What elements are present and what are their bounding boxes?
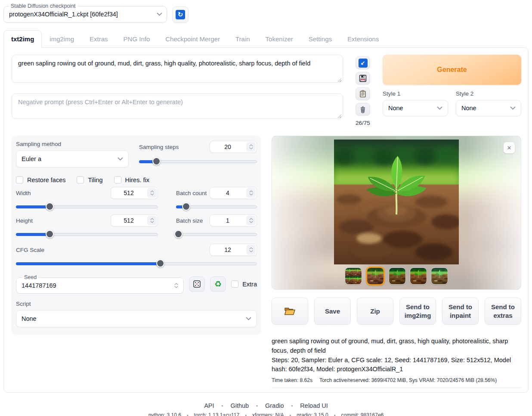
stepper-icon[interactable] — [246, 216, 256, 225]
save-button[interactable]: Save — [314, 298, 351, 325]
batch-count-field[interactable] — [210, 187, 245, 199]
tab-train[interactable]: Train — [228, 30, 258, 47]
checkpoint-dropdown[interactable]: protogenX34OfficialR_1.ckpt [60fe2f34] — [8, 9, 162, 19]
restore-faces-checkbox[interactable]: Restore faces — [16, 176, 65, 183]
output-buttons-row: Save Zip Send to img2img Send to inpaint… — [272, 298, 521, 325]
thumbnail-4[interactable] — [410, 267, 427, 285]
send-to-img2img-button[interactable]: Send to img2img — [399, 298, 436, 325]
tab-txt2img[interactable]: txt2img — [3, 30, 42, 48]
stepper-icon[interactable] — [173, 283, 180, 288]
close-gallery-button[interactable]: ✕ — [504, 142, 515, 153]
settings-panel: Sampling method Euler a Sampling steps — [12, 136, 261, 334]
tab-checkpoint-merger[interactable]: Checkpoint Merger — [158, 30, 228, 47]
results-column: ✕ — [272, 136, 521, 388]
checkbox-icon — [77, 176, 84, 183]
content-row: Sampling method Euler a Sampling steps — [12, 136, 521, 388]
script-dropdown[interactable]: None — [16, 310, 257, 327]
tabbar: txt2img img2img Extras PNG Info Checkpoi… — [3, 30, 529, 47]
vram-text: Torch active/reserved: 3699/4702 MiB, Sy… — [319, 376, 497, 384]
height-slider[interactable] — [16, 230, 158, 239]
checkbox-icon — [231, 280, 238, 288]
style1-value: None — [388, 105, 403, 112]
reload-ui-link[interactable]: Reload UI — [300, 402, 328, 409]
seed-field[interactable] — [22, 282, 173, 289]
seed-box: Seed — [16, 275, 184, 294]
stepper-icon[interactable] — [246, 142, 256, 152]
extra-seed-checkbox[interactable]: Extra — [231, 280, 257, 288]
hires-fix-label: Hires. fix — [125, 177, 149, 183]
footer: API • Github • Gradio • Reload UI python… — [3, 402, 529, 416]
checkpoint-value: protogenX34OfficialR_1.ckpt [60fe2f34] — [8, 11, 118, 18]
thumbnail-2-selected[interactable] — [366, 267, 385, 286]
batch-size-label: Batch size — [176, 217, 203, 224]
generated-image[interactable] — [334, 140, 459, 264]
prompt-input[interactable]: green sapling rowing out of ground, mud,… — [12, 55, 343, 83]
save-style-button[interactable] — [356, 72, 370, 85]
send-to-inpaint-button[interactable]: Send to inpaint — [442, 298, 479, 325]
bullet-separator: • — [291, 403, 293, 408]
thumbnail-strip — [272, 267, 521, 286]
stepper-icon[interactable] — [147, 188, 157, 198]
thumbnail-grid-icon — [345, 268, 362, 284]
api-link[interactable]: API — [204, 402, 214, 409]
thumbnail-5[interactable] — [431, 267, 448, 285]
extra-label: Extra — [242, 281, 257, 288]
width-field[interactable] — [111, 187, 146, 199]
sampling-steps-label: Sampling steps — [139, 144, 179, 150]
generate-column: Generate Style 1 None Style 2 None — [383, 55, 521, 126]
tab-settings[interactable]: Settings — [301, 30, 340, 47]
batch-size-slider[interactable] — [176, 230, 257, 239]
sampling-steps-field[interactable] — [210, 141, 245, 152]
app-root: Stable Diffusion checkpoint protogenX34O… — [0, 0, 532, 416]
tab-img2img[interactable]: img2img — [42, 30, 82, 47]
gradio-link[interactable]: Gradio — [265, 402, 284, 409]
style2-dropdown[interactable]: None — [456, 100, 521, 116]
stepper-icon[interactable] — [246, 188, 256, 198]
torch-version: torch: 1.13.1+cu117 — [194, 412, 240, 416]
clear-prompt-button[interactable] — [356, 103, 370, 116]
cfg-scale-slider[interactable] — [16, 259, 257, 268]
thumbnail-3[interactable] — [389, 267, 406, 285]
tab-extensions[interactable]: Extensions — [340, 30, 387, 47]
tiling-label: Tiling — [88, 177, 102, 183]
batch-count-slider[interactable] — [176, 202, 257, 211]
footer-versions: python: 3.10.6 • torch: 1.13.1+cu117 • x… — [3, 412, 529, 416]
stepper-icon[interactable] — [147, 216, 157, 225]
read-parameters-button[interactable]: ↙ — [356, 56, 370, 69]
random-seed-button[interactable] — [189, 276, 205, 292]
open-folder-button[interactable] — [272, 298, 308, 325]
zip-button[interactable]: Zip — [357, 298, 393, 325]
cfg-scale-input — [210, 244, 257, 256]
send-to-extras-button[interactable]: Send to extras — [485, 298, 521, 325]
tab-png-info[interactable]: PNG Info — [116, 30, 158, 47]
refresh-checkpoints-button[interactable]: ↻ — [172, 6, 189, 23]
sampling-steps-slider[interactable] — [139, 157, 257, 166]
sampling-method-dropdown[interactable]: Euler a — [16, 150, 129, 168]
height-field[interactable] — [111, 215, 146, 226]
height-input — [111, 214, 158, 227]
width-label: Width — [16, 190, 31, 196]
apply-style-button[interactable] — [356, 87, 370, 100]
python-version: python: 3.10.6 — [148, 412, 181, 416]
generate-button[interactable]: Generate — [383, 55, 521, 85]
width-slider[interactable] — [16, 202, 158, 211]
github-link[interactable]: Github — [230, 402, 249, 409]
cfg-scale-field[interactable] — [210, 244, 245, 255]
stepper-icon[interactable] — [246, 245, 256, 255]
style1-dropdown[interactable]: None — [383, 100, 448, 116]
reuse-seed-button[interactable]: ♻ — [210, 276, 226, 292]
batch-count-input — [210, 187, 257, 199]
tab-tokenizer[interactable]: Tokenizer — [258, 30, 301, 47]
tab-extras[interactable]: Extras — [82, 30, 116, 47]
thumbnail-1-grid[interactable] — [345, 267, 362, 285]
bullet-separator: • — [222, 403, 223, 408]
height-label: Height — [16, 217, 33, 224]
tiling-checkbox[interactable]: Tiling — [77, 176, 102, 183]
batch-size-field[interactable] — [210, 215, 245, 226]
gradio-version: gradio: 3.15.0 — [297, 412, 328, 416]
hires-fix-checkbox[interactable]: Hires. fix — [114, 176, 149, 183]
bullet-separator: • — [245, 413, 247, 416]
prompt-row: green sapling rowing out of ground, mud,… — [12, 55, 521, 126]
negative-prompt-input[interactable] — [12, 93, 343, 119]
chevron-down-icon — [510, 106, 516, 110]
